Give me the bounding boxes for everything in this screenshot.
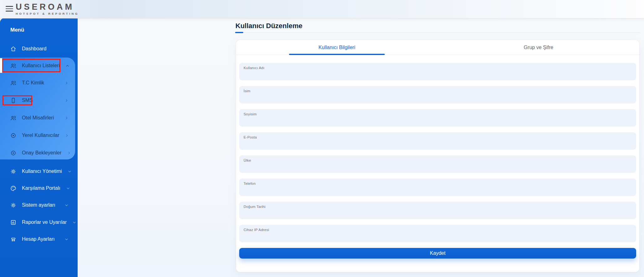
active-tab-underline — [289, 54, 385, 55]
gear-icon — [10, 202, 17, 209]
sidebar-item-label: Yerel Kullanıcılar — [22, 133, 59, 138]
sidebar-item-karsilama-portali[interactable]: Karşılama Portalı — [0, 180, 75, 197]
sidebar-item-label: Dashboard — [22, 46, 69, 52]
sidebar-item-label: Raporlar ve Uyarılar — [22, 219, 67, 225]
field-label: Soyisim — [244, 112, 257, 116]
users-icon — [10, 80, 17, 86]
field-dogum-tarihi[interactable]: Doğum Tarihi — [239, 202, 636, 219]
sidebar-item-sms[interactable]: SMS — [0, 92, 75, 109]
brand-tagline: HOTSPOT & REPORTING — [16, 12, 79, 15]
sidebar-item-raporlar-ve-uyarilar[interactable]: Raporlar ve Uyarılar — [0, 214, 75, 231]
tab-bar: Kullanıcı Bilgileri Grup ve Şifre — [236, 40, 639, 55]
sidebar-item-dashboard[interactable]: Dashboard — [0, 40, 75, 57]
telefon-input[interactable] — [244, 187, 632, 194]
field-kullanici-adi[interactable]: Kullanıcı Adı — [239, 63, 636, 80]
tab-grup-ve-sifre[interactable]: Grup ve Şifre — [438, 40, 639, 55]
topbar: USEROAM HOTSPOT & REPORTING — [0, 0, 644, 18]
sidebar-item-label: Hesap Ayarları — [22, 236, 59, 242]
field-label: Kullanıcı Adı — [244, 66, 265, 70]
sidebar-item-label: Sistem ayarları — [22, 202, 59, 208]
gear-icon — [10, 168, 17, 175]
cihaz-ip-adresi-input[interactable] — [244, 233, 632, 240]
chevron-down-icon — [67, 169, 72, 174]
chevron-down-icon — [64, 237, 69, 242]
save-button[interactable]: Kaydet — [239, 248, 636, 259]
sidebar-item-otel-misafirleri[interactable]: Otel Misafirleri — [0, 109, 75, 126]
field-eposta[interactable]: E-Posta — [239, 132, 636, 150]
tab-label: Kullanıcı Bilgileri — [318, 45, 355, 50]
sidebar-item-kullanici-listeleri[interactable]: Kullanıcı Listeleri — [0, 57, 75, 74]
users-icon — [10, 115, 17, 121]
sidebar-item-kullanici-yonetimi[interactable]: Kullanıcı Yönetimi — [0, 163, 75, 180]
sidebar-item-label: Kullanıcı Listeleri — [22, 63, 60, 68]
sidebar-item-yerel-kullanicilar[interactable]: Yerel Kullanıcılar — [0, 127, 75, 144]
sidebar-item-label: Karşılama Portalı — [22, 185, 60, 191]
field-label: İsim — [244, 89, 250, 93]
target-icon — [10, 132, 17, 139]
sidebar-item-onay-bekleyenler[interactable]: Onay Bekleyenler — [0, 144, 75, 161]
field-soyisim[interactable]: Soyisim — [239, 109, 636, 127]
field-telefon[interactable]: Telefon — [239, 179, 636, 196]
chevron-right-icon — [64, 98, 69, 103]
user-edit-card: Kullanıcı Bilgileri Grup ve Şifre Kullan… — [236, 40, 639, 272]
sidebar-item-sistem-ayarlari[interactable]: Sistem ayarları — [0, 197, 75, 214]
brand-logo: USEROAM HOTSPOT & REPORTING — [16, 3, 79, 15]
chevron-down-icon — [64, 203, 69, 208]
sidebar-item-label: Otel Misafirleri — [22, 115, 59, 121]
field-label: Telefon — [244, 182, 255, 185]
chevron-down-icon — [72, 220, 77, 225]
chart-icon — [10, 219, 17, 226]
chevron-right-icon — [64, 81, 69, 85]
tab-label: Grup ve Şifre — [524, 45, 553, 50]
smartphone-icon — [10, 97, 17, 104]
sidebar-menu-header: Menü — [10, 27, 24, 33]
hamburger-menu-icon[interactable] — [6, 6, 13, 12]
soyisim-input[interactable] — [244, 117, 632, 125]
field-label: Ülke — [244, 159, 251, 162]
chevron-right-icon — [64, 133, 69, 138]
network-icon — [10, 236, 17, 243]
sidebar-item-label: SMS — [22, 98, 59, 103]
eposta-input[interactable] — [244, 140, 632, 148]
sidebar-item-tc-kimlik[interactable]: T.C Kimlik — [0, 74, 75, 91]
field-isim[interactable]: İsim — [239, 86, 636, 103]
chevron-right-icon — [67, 151, 71, 155]
dogum-tarihi-input[interactable] — [244, 210, 632, 217]
home-icon — [10, 46, 17, 52]
tab-kullanici-bilgileri[interactable]: Kullanıcı Bilgileri — [236, 40, 438, 55]
main-content: Kullanıcı Düzenleme Kullanıcı Bilgileri … — [78, 18, 644, 277]
ulke-input[interactable] — [244, 164, 632, 171]
sidebar: Menü Dashboard Kullanıcı Listeleri T.C K… — [0, 18, 78, 277]
chevron-right-icon — [64, 116, 69, 120]
app-window: USEROAM HOTSPOT & REPORTING Menü Dashboa… — [0, 0, 644, 277]
sidebar-item-hesap-ayarlari[interactable]: Hesap Ayarları — [0, 231, 75, 248]
field-label: Doğum Tarihi — [244, 205, 265, 209]
palette-icon — [10, 185, 17, 192]
field-label: E-Posta — [244, 135, 257, 139]
target-icon — [10, 150, 17, 156]
chevron-up-icon — [65, 63, 70, 68]
sidebar-item-label: T.C Kimlik — [22, 80, 59, 86]
title-accent-dash — [235, 32, 243, 33]
chevron-down-icon — [66, 186, 70, 191]
brand-name: USEROAM — [16, 3, 79, 11]
field-label: Cihaz IP Adresi — [244, 228, 269, 232]
kullanici-adi-input[interactable] — [244, 71, 632, 78]
page-title: Kullanıcı Düzenleme — [235, 22, 302, 30]
field-cihaz-ip-adresi[interactable]: Cihaz IP Adresi — [239, 225, 636, 242]
sidebar-item-label: Kullanıcı Yönetimi — [22, 169, 62, 174]
field-ulke[interactable]: Ülke — [239, 155, 636, 173]
users-icon — [10, 63, 17, 69]
title-divider — [235, 33, 640, 33]
sidebar-item-label: Onay Bekleyenler — [22, 150, 61, 156]
annotation-highlight-strip — [0, 58, 2, 73]
isim-input[interactable] — [244, 94, 632, 102]
